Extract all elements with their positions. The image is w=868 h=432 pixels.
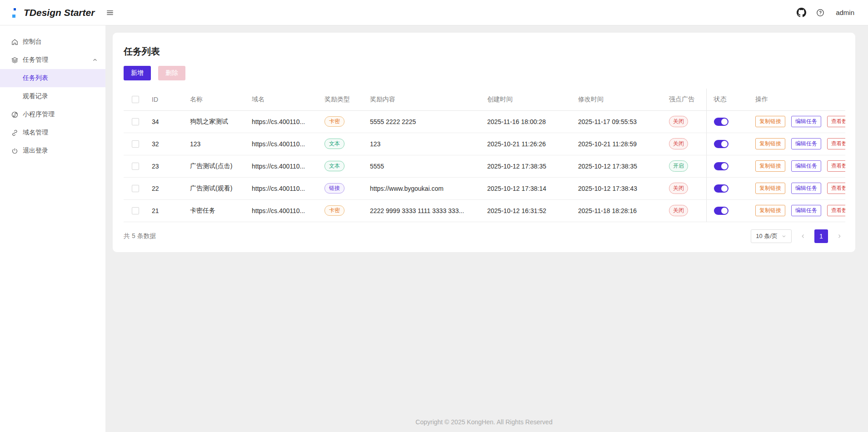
sidebar-item-console[interactable]: 控制台 [0, 33, 105, 51]
collapse-menu-button[interactable] [103, 5, 117, 20]
chevron-left-icon [800, 233, 806, 239]
logo-square-light [12, 15, 15, 18]
view-data-button[interactable]: 查看数据 [827, 116, 845, 127]
col-header-reward-content: 奖励内容 [363, 89, 480, 110]
status-toggle[interactable] [714, 140, 728, 148]
cell-created: 2025-10-21 11:26:26 [480, 133, 571, 155]
edit-task-button[interactable]: 编辑任务 [791, 183, 821, 194]
sidebar-item-label: 任务列表 [23, 74, 48, 82]
cell-reward-content: 2222 9999 3333 1111 3333 333... [363, 199, 480, 222]
table-row: 22 广告测试(观看) https://cs.400110... 链接 http… [124, 177, 845, 199]
sidebar-item-task-list[interactable]: 任务列表 [0, 69, 105, 87]
prev-page-button[interactable] [798, 231, 808, 241]
view-data-button[interactable]: 查看数据 [827, 205, 845, 216]
add-button[interactable]: 新增 [124, 66, 151, 80]
copy-link-button[interactable]: 复制链接 [755, 205, 785, 216]
cell-domain: https://cs.400110... [244, 199, 317, 222]
sidebar-item-label: 控制台 [23, 38, 42, 46]
status-toggle[interactable] [714, 162, 728, 170]
select-all-checkbox[interactable] [132, 96, 139, 103]
chevron-right-icon [836, 233, 843, 239]
status-toggle[interactable] [714, 184, 728, 193]
cell-reward-content: 123 [363, 133, 480, 155]
cell-id: 34 [145, 110, 183, 133]
col-header-name: 名称 [183, 89, 244, 110]
sidebar-item-task-mgmt[interactable]: 任务管理 [0, 51, 105, 69]
cell-name: 广告测试(点击) [183, 155, 244, 177]
reward-type-tag: 文本 [324, 139, 344, 149]
cell-id: 22 [145, 177, 183, 199]
link-icon [11, 129, 19, 137]
cell-name: 广告测试(观看) [183, 177, 244, 199]
cell-reward-content: 5555 [363, 155, 480, 177]
table-row: 32 123 https://cs.400110... 文本 123 2025-… [124, 133, 845, 155]
copy-link-button[interactable]: 复制链接 [755, 183, 785, 194]
current-page-button[interactable]: 1 [814, 229, 828, 243]
col-header-created: 创建时间 [480, 89, 571, 110]
cell-modified: 2025-10-12 17:38:35 [571, 155, 662, 177]
sidebar: 控制台 任务管理 任务列表 观看记录 小程序管理 域名管理 退出登录 [0, 25, 105, 432]
cell-modified: 2025-10-21 11:28:59 [571, 133, 662, 155]
page-size-value: 10 条/页 [756, 232, 778, 240]
task-list-card: 任务列表 新增 删除 ID 名称 域名 奖励类型 奖励内容 创建时间 [113, 33, 855, 252]
row-checkbox[interactable] [132, 207, 139, 214]
edit-task-button[interactable]: 编辑任务 [791, 116, 821, 127]
table-row: 34 狗凯之家测试 https://cs.400110... 卡密 5555 2… [124, 110, 845, 133]
next-page-button[interactable] [834, 231, 844, 241]
force-ad-tag: 开启 [669, 160, 688, 172]
reward-type-tag: 卡密 [324, 205, 344, 216]
task-table: ID 名称 域名 奖励类型 奖励内容 创建时间 修改时间 强点广告 状态 操作 … [124, 89, 845, 222]
edit-task-button[interactable]: 编辑任务 [791, 205, 821, 216]
cell-reward-content: 5555 2222 2225 [363, 110, 480, 133]
sidebar-item-label: 观看记录 [23, 92, 48, 100]
chevron-down-icon [781, 233, 787, 239]
col-header-reward-type: 奖励类型 [317, 89, 363, 110]
cell-name: 狗凯之家测试 [183, 110, 244, 133]
copy-link-button[interactable]: 复制链接 [755, 160, 785, 172]
cell-domain: https://cs.400110... [244, 155, 317, 177]
cell-reward-content: https://www.bygoukai.com [363, 177, 480, 199]
view-data-button[interactable]: 查看数据 [827, 138, 845, 149]
cell-modified: 2025-10-12 17:38:43 [571, 177, 662, 199]
view-data-button[interactable]: 查看数据 [827, 183, 845, 194]
sidebar-item-domain-mgmt[interactable]: 域名管理 [0, 124, 105, 142]
delete-button[interactable]: 删除 [158, 66, 185, 80]
toggle-knob [721, 141, 728, 147]
user-menu[interactable]: admin [836, 9, 854, 16]
toggle-knob [721, 119, 728, 125]
hamburger-icon [105, 8, 115, 17]
cell-domain: https://cs.400110... [244, 133, 317, 155]
table-header-row: ID 名称 域名 奖励类型 奖励内容 创建时间 修改时间 强点广告 状态 操作 [124, 89, 845, 110]
sidebar-item-watch-records[interactable]: 观看记录 [0, 87, 105, 105]
sidebar-item-label: 任务管理 [23, 56, 48, 64]
brand-logo [11, 6, 18, 20]
toggle-knob [721, 163, 728, 169]
help-button[interactable] [813, 5, 828, 20]
cell-id: 21 [145, 199, 183, 222]
row-checkbox[interactable] [132, 118, 139, 125]
view-data-button[interactable]: 查看数据 [827, 160, 845, 172]
main-content: 任务列表 新增 删除 ID 名称 域名 奖励类型 奖励内容 创建时间 [105, 25, 868, 432]
row-checkbox[interactable] [132, 140, 139, 148]
reward-type-tag: 文本 [324, 161, 344, 171]
sidebar-item-miniprogram[interactable]: 小程序管理 [0, 105, 105, 124]
edit-task-button[interactable]: 编辑任务 [791, 160, 821, 172]
copy-link-button[interactable]: 复制链接 [755, 116, 785, 127]
status-toggle[interactable] [714, 118, 728, 126]
sidebar-item-label: 域名管理 [23, 129, 48, 137]
help-icon [816, 8, 825, 17]
github-button[interactable] [794, 5, 808, 20]
cell-created: 2025-10-12 16:31:52 [480, 199, 571, 222]
row-checkbox[interactable] [132, 185, 139, 192]
col-header-domain: 域名 [244, 89, 317, 110]
status-toggle[interactable] [714, 207, 728, 215]
copy-link-button[interactable]: 复制链接 [755, 138, 785, 149]
sidebar-item-logout[interactable]: 退出登录 [0, 142, 105, 160]
cell-created: 2025-10-12 17:38:35 [480, 155, 571, 177]
row-checkbox[interactable] [132, 163, 139, 170]
cell-created: 2025-10-12 17:38:14 [480, 177, 571, 199]
cell-name: 123 [183, 133, 244, 155]
toggle-knob [721, 185, 728, 192]
edit-task-button[interactable]: 编辑任务 [791, 138, 821, 149]
page-size-select[interactable]: 10 条/页 [751, 229, 792, 243]
